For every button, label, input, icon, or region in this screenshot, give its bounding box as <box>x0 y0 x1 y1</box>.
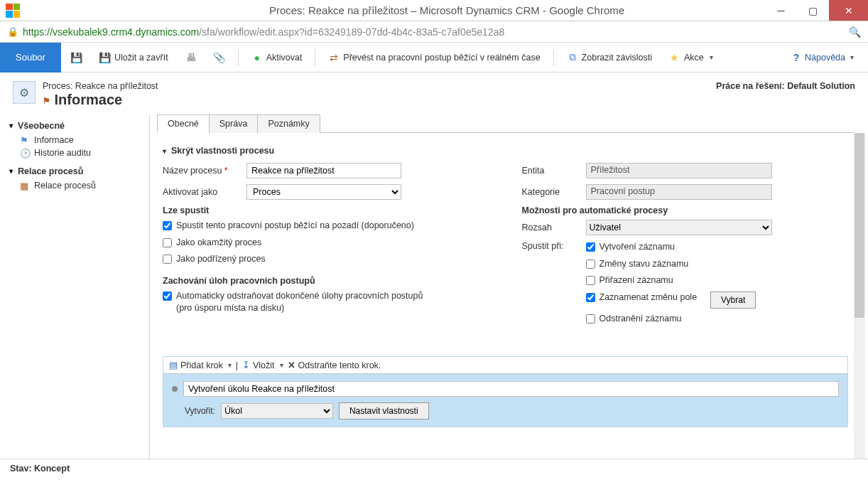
page-title: ⚑ Informace <box>43 92 158 108</box>
tab-notes[interactable]: Poznámky <box>257 114 320 133</box>
window-controls: ─ ▢ ✕ <box>765 0 868 21</box>
step-item[interactable]: Vytvořit: Úkol Nastavit vlastnosti <box>163 374 847 427</box>
run-background-checkbox[interactable] <box>163 221 172 230</box>
actions-label: Akce <box>684 53 704 63</box>
run-immediate-label: Jako okamžitý proces <box>176 237 261 250</box>
step-config-row: Vytvořit: Úkol Nastavit vlastnosti <box>172 402 839 419</box>
breadcrumb: Proces: Reakce na příležitost <box>43 81 158 91</box>
nav-item-audit[interactable]: 🕑Historie auditu <box>7 146 142 159</box>
nav-group-relations[interactable]: Relace procesů <box>10 166 142 176</box>
actions-icon: ★ <box>669 52 680 63</box>
print-icon: 🖶 <box>185 52 197 63</box>
activate-button[interactable]: ●Aktivovat <box>244 43 310 72</box>
row-process-name: Název procesu * <box>163 163 494 178</box>
insert-step-button[interactable]: ↧Vložit <box>242 360 283 370</box>
trigger-status-checkbox[interactable] <box>586 260 595 269</box>
chk-run-child: Jako podřízený proces <box>163 253 494 266</box>
scrollbar-thumb[interactable] <box>855 133 864 318</box>
run-child-checkbox[interactable] <box>163 255 172 264</box>
nav-item-relations[interactable]: ▦Relace procesů <box>7 179 142 192</box>
activate-as-select[interactable]: Proces <box>246 184 401 200</box>
help-menu[interactable]: ?Nápověda <box>783 43 861 72</box>
scope-select[interactable]: Uživatel <box>586 220 772 235</box>
print-button[interactable]: 🖶 <box>178 43 204 72</box>
tab-general[interactable]: Obecné <box>157 114 210 133</box>
windows-logo-icon <box>6 4 20 18</box>
window-titlebar: Proces: Reakce na příležitost – Microsof… <box>0 0 868 21</box>
nav-group-general[interactable]: Všeobecné <box>10 121 142 131</box>
add-step-icon: ▤ <box>169 360 178 370</box>
run-background-label: Spustit tento pracovní postup běžící na … <box>176 220 414 232</box>
chk-trigger-status: Změny stavu záznamu <box>586 258 756 271</box>
trigger-field-checkbox[interactable] <box>586 293 595 302</box>
actions-menu[interactable]: ★Akce <box>662 43 720 72</box>
trigger-assign-checkbox[interactable] <box>586 276 595 285</box>
attach-button[interactable]: 📎 <box>207 43 232 72</box>
minimize-button[interactable]: ─ <box>765 0 797 21</box>
select-fields-button[interactable]: Vybrat <box>710 292 756 309</box>
auto-delete-checkbox[interactable] <box>163 292 172 301</box>
trigger-status-label: Změny stavu záznamu <box>600 258 689 271</box>
solution-label: Práce na řešení: <box>716 81 785 91</box>
step-description-input[interactable] <box>183 381 839 397</box>
separator <box>238 49 239 66</box>
set-properties-button[interactable]: Nastavit vlastnosti <box>339 402 429 419</box>
canrun-header: Lze spustit <box>163 205 494 215</box>
dependencies-button[interactable]: ⧉Zobrazit závislosti <box>560 43 659 72</box>
close-button[interactable]: ✕ <box>829 0 868 21</box>
step-description-row <box>172 381 839 397</box>
status-label: Stav: <box>10 464 32 474</box>
save-button[interactable]: 💾 <box>64 43 89 72</box>
relations-icon: ▦ <box>20 181 30 191</box>
process-name-label: Název procesu * <box>163 166 239 176</box>
left-navigation: Všeobecné ⚑Informace 🕑Historie auditu Re… <box>0 114 149 459</box>
maximize-button[interactable]: ▢ <box>797 0 829 21</box>
file-tab[interactable]: Soubor <box>0 43 61 73</box>
convert-icon: ⇄ <box>328 52 340 63</box>
information-icon: ⚑ <box>20 135 30 145</box>
trigger-create-label: Vytvoření záznamu <box>600 241 676 254</box>
ribbon-toolbar: Soubor 💾 💾Uložit a zavřít 🖶 📎 ●Aktivovat… <box>0 43 868 73</box>
scrollbar[interactable] <box>854 133 865 459</box>
category-label: Kategorie <box>522 187 579 197</box>
row-activate-as: Aktivovat jako Proces <box>163 184 494 200</box>
create-label: Vytvořit: <box>185 406 215 416</box>
trigger-create-checkbox[interactable] <box>586 242 595 252</box>
activate-label: Aktivovat <box>266 53 303 63</box>
lock-icon: 🔒 <box>7 26 18 37</box>
convert-button[interactable]: ⇄Převést na pracovní postup běžící v reá… <box>321 43 547 72</box>
trigger-delete-checkbox[interactable] <box>586 314 595 323</box>
delete-step-button[interactable]: ✕Odstraňte tento krok. <box>288 360 381 370</box>
nav-item-information[interactable]: ⚑Informace <box>7 134 142 146</box>
save-close-label: Uložit a zavřít <box>114 53 168 63</box>
page-header-text: Proces: Reakce na příležitost ⚑ Informac… <box>43 81 158 108</box>
zoom-icon[interactable]: 🔍 <box>849 26 861 38</box>
entity-value: Příležitost <box>586 163 772 178</box>
section-header-properties[interactable]: Skrýt vlastnosti procesu <box>163 146 852 156</box>
process-name-input[interactable] <box>246 163 401 178</box>
form-right-column: Entita Příležitost Kategorie Pracovní po… <box>522 163 853 335</box>
url-path: /sfa/workflow/edit.aspx?id=63249189-07dd… <box>199 26 504 38</box>
activate-as-label: Aktivovat jako <box>163 187 239 197</box>
collapse-icon <box>10 121 15 131</box>
chk-run-immediate: Jako okamžitý proces <box>163 237 494 250</box>
collapse-icon <box>10 166 15 176</box>
save-close-button[interactable]: 💾Uložit a zavřít <box>92 43 175 72</box>
history-icon: 🕑 <box>20 148 30 158</box>
row-entity: Entita Příležitost <box>522 163 853 178</box>
add-step-button[interactable]: ▤Přidat krok <box>169 360 232 370</box>
run-child-label: Jako podřízený proces <box>176 253 266 266</box>
form-area: Skrýt vlastnosti procesu Název procesu *… <box>157 133 865 459</box>
row-scope: Rozsah Uživatel <box>522 220 853 235</box>
tab-admin[interactable]: Správa <box>209 114 259 133</box>
url[interactable]: https://vsekubalek9.crm4.dynamics.com/sf… <box>23 26 504 38</box>
chk-trigger-create: Vytvoření záznamu <box>586 241 756 254</box>
window-title: Proces: Reakce na příležitost – Microsof… <box>26 4 868 16</box>
process-icon: ⚙ <box>13 81 36 104</box>
trigger-field-label: Zaznamenat změnu pole <box>600 292 698 304</box>
create-entity-select[interactable]: Úkol <box>221 403 333 419</box>
steps-toolbar: ▤Přidat krok | ↧Vložit ✕Odstraňte tento … <box>163 357 847 374</box>
page-header: ⚙ Proces: Reakce na příležitost ⚑ Inform… <box>0 73 868 114</box>
run-immediate-checkbox[interactable] <box>163 238 172 247</box>
row-category: Kategorie Pracovní postup <box>522 184 853 200</box>
